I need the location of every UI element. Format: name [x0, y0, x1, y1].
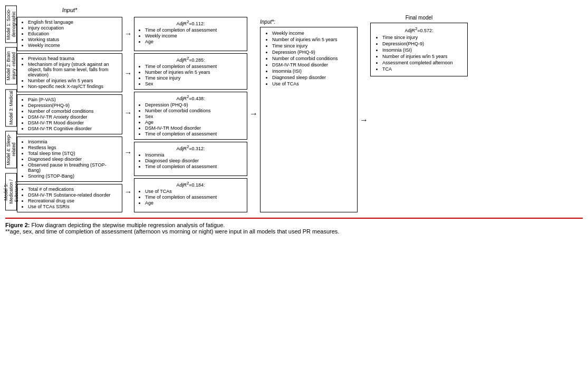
model-label-model1: Model 1: Socio- demographic [5, 5, 17, 43]
output-item: Sex [145, 114, 244, 119]
output-box-model3: AdjR2=0.438:Depression (PHQ-9)Number of … [134, 92, 247, 140]
input-item: Restless legs [28, 145, 119, 150]
center-input-item: Number of comorbid conditions [272, 56, 353, 61]
center-input-item: Weekly income [272, 31, 353, 36]
output-item: Time of completion of assessment [145, 194, 244, 200]
output-item: Time of completion of assessment [145, 131, 244, 137]
output-item: Weekly income [145, 33, 244, 38]
arrow-input-output-0: → [122, 15, 134, 52]
final-model-box: AdjR2=0.572:Time since injuryDepression(… [370, 23, 468, 76]
output-item: Diagnosed sleep disorder [145, 158, 244, 163]
final-model-item: Number of injuries w/in 5 years [382, 54, 463, 59]
output-item: Insomnia [145, 152, 244, 158]
caption-line2: **age, sex, and time of completion of as… [5, 228, 583, 235]
arrow-input-output-2: → [122, 94, 134, 131]
model-label-model3: Model 3: Medical [5, 89, 17, 126]
input-box-model3: Pain (P-VAS)Depression(PHQ-9)Number of c… [17, 94, 122, 134]
output-title-model5: AdjR2=0.184: [138, 181, 244, 188]
input-item: Mechanism of injury (struck against an o… [28, 62, 119, 77]
diagram-container: Model 1: Socio- demographicModel 2: Brai… [5, 5, 583, 235]
input-item: DSM-IV-TR Mood disorder [28, 120, 119, 125]
center-input-item: Use of TCAs [272, 81, 353, 86]
output-title-model1: AdjR2=0.112: [138, 20, 244, 26]
input-item: Diagnosed sleep disorder [28, 157, 119, 162]
center-input-item: Insomnia (ISI) [272, 69, 353, 74]
center-input-item: Depression (PHQ-9) [272, 50, 353, 55]
output-item: Time of completion of assessment [145, 64, 244, 69]
output-item: Use of TCAs [145, 189, 244, 194]
final-model-item: Insomnia (ISI) [382, 47, 463, 53]
center-input-item: Diagnosed sleep disorder [272, 75, 353, 80]
input-item: Pain (P-VAS) [28, 97, 119, 102]
caption-text: Flow diagram depicting the stepwise mult… [30, 222, 225, 228]
input-box-model2: Previous head traumaMechanism of injury … [17, 53, 122, 92]
input-item: Insomnia [28, 139, 119, 144]
input-box-model4: InsomniaRestless legsTotal sleep time (S… [17, 137, 122, 182]
input-column-header: Input* [62, 7, 78, 13]
output-item: Time of completion of assessment [145, 27, 244, 33]
input-item: Number of comorbid conditions [28, 109, 119, 114]
input-boxes-column: Input* English first languageInjury occu… [17, 5, 122, 212]
output-title-model2: AdjR2=0.285: [138, 56, 244, 63]
output-item: Sex [145, 81, 244, 86]
center-input-item: DSM-IV-TR Mood disorder [272, 62, 353, 67]
final-model-item: Assessment completed afternoon [382, 60, 463, 65]
final-model-item: TCA [382, 66, 463, 72]
figure-caption: Figure 2: Flow diagram depicting the ste… [5, 218, 583, 235]
input-item: DSM-IV-TR Anxiety disorder [28, 114, 119, 120]
input-item: Education [28, 31, 119, 36]
input-item: Weekly income [28, 43, 119, 48]
output-title-model4: AdjR2=0.312: [138, 144, 244, 151]
output-box-model2: AdjR2=0.285:Time of completion of assess… [134, 53, 247, 90]
model-label-model4: Model 4: Sleep-related [5, 131, 17, 168]
arrow-input-output-1: → [122, 54, 134, 92]
output-boxes-column: AdjR2=0.112:Time of completion of assess… [134, 5, 247, 212]
output-item: Depression (PHQ-9) [145, 102, 244, 108]
output-item: Age [145, 120, 244, 125]
center-input-label: Input*: [260, 19, 358, 25]
output-item: Time of completion of assessment [145, 164, 244, 169]
full-layout: Model 1: Socio- demographicModel 2: Brai… [5, 5, 575, 212]
output-box-model4: AdjR2=0.312:InsomniaDiagnosed sleep diso… [134, 142, 247, 176]
input-item: Total # of medications [28, 187, 119, 192]
output-item: Number of injuries w/in 5 years [145, 70, 244, 75]
input-item: Non-specific neck X-ray/CT findings [28, 84, 119, 89]
arrow-col-2: → [247, 5, 260, 212]
final-model-title: AdjR2=0.572: [375, 26, 463, 33]
input-item: DSM-IV-TR Substance-related disorder [28, 192, 119, 198]
output-title-model3: AdjR2=0.438: [138, 94, 244, 101]
caption-line1: Figure 2: Flow diagram depicting the ste… [5, 222, 583, 228]
input-item: Working status [28, 37, 119, 42]
arrow-input-output-4: → [122, 173, 134, 210]
output-item: Number of comorbid conditions [145, 108, 244, 113]
center-input-item: Number of injuries w/in 5 years [272, 37, 353, 42]
input-item: Previous head trauma [28, 56, 119, 61]
input-item: DSM-IV-TR Cognitive disorder [28, 126, 119, 131]
input-item: Number of injuries w/in 5 years [28, 78, 119, 83]
final-model-item: Depression(PHQ-9) [382, 41, 463, 46]
final-model-label: Final model [370, 15, 468, 21]
arrow-input-output-3: → [122, 133, 134, 171]
input-item: Recreational drug use [28, 198, 119, 203]
input-item: Total sleep time (STQ) [28, 151, 119, 156]
input-box-model5: Total # of medicationsDSM-IV-TR Substanc… [17, 184, 122, 212]
final-model-item: Time since injury [382, 35, 463, 40]
input-item: Observed pause in breathing (STOP-Bang) [28, 162, 119, 173]
input-item: Use of TCAs SSRIs [28, 204, 119, 209]
arrow-col-3: → [358, 5, 370, 212]
output-box-model5: AdjR2=0.184:Use of TCAsTime of completio… [134, 178, 247, 212]
input-item: Snoring (STOP-Bang) [28, 173, 119, 179]
input-box-model1: English first languageInjury occupationE… [17, 17, 122, 51]
figure-label: Figure 2: [5, 222, 30, 228]
arrow-output-to-center: → [247, 15, 260, 212]
model-label-model5: Model 5: Medication / Substance [5, 173, 17, 210]
center-input-column: Input*:Weekly incomeNumber of injuries w… [260, 5, 358, 212]
center-input-box: Weekly incomeNumber of injuries w/in 5 y… [260, 27, 358, 212]
center-input-item: Time since injury [272, 43, 353, 48]
final-model-column: Final modelAdjR2=0.572:Time since injury… [370, 5, 468, 212]
output-item: Age [145, 200, 244, 206]
output-item: Time since injury [145, 75, 244, 81]
output-item: DSM-IV-TR Mood disorder [145, 125, 244, 131]
arrow-col-1: →→→→→ [122, 5, 134, 212]
output-box-model1: AdjR2=0.112:Time of completion of assess… [134, 17, 247, 51]
